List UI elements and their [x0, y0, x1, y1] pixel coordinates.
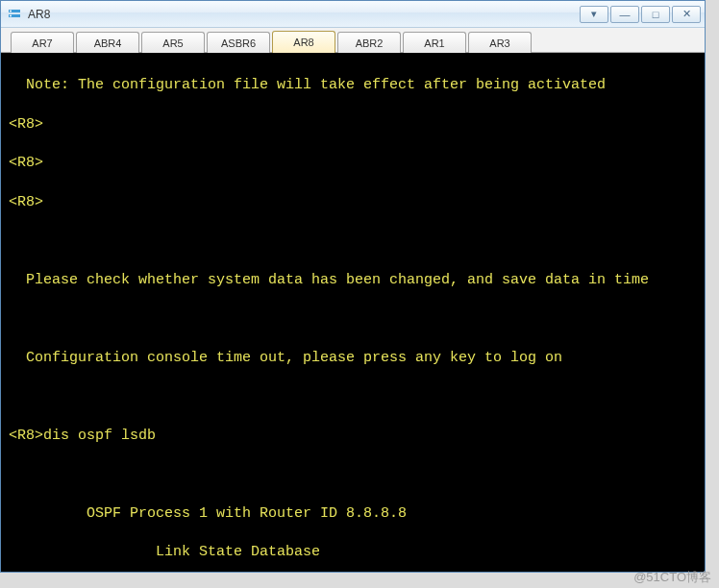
svg-point-3 [10, 14, 12, 16]
tab-ar7[interactable]: AR7 [11, 32, 74, 53]
terminal-line: Configuration console time out, please p… [9, 349, 697, 368]
window-extra-button[interactable]: ▾ [580, 6, 608, 23]
tab-label: ASBR6 [221, 37, 256, 49]
tab-ar3[interactable]: AR3 [468, 32, 532, 53]
tab-ar5[interactable]: AR5 [141, 32, 205, 53]
tab-abr4[interactable]: ABR4 [76, 32, 139, 53]
tab-abr2[interactable]: ABR2 [337, 32, 401, 53]
lsdb-header: Link State Database [9, 543, 697, 562]
watermark-text: @51CTO博客 [633, 569, 711, 586]
terminal-line: Please check whether system data has bee… [9, 271, 697, 290]
terminal-prompt: <R8> [9, 154, 697, 173]
tab-label: AR1 [424, 37, 444, 49]
titlebar[interactable]: AR8 ▾ — □ ✕ [1, 1, 705, 28]
terminal-command: <R8>dis ospf lsdb [9, 427, 697, 446]
tab-label: ABR4 [94, 37, 122, 49]
minimize-button[interactable]: — [610, 6, 639, 23]
terminal-prompt: <R8> [9, 115, 697, 135]
svg-point-2 [10, 10, 12, 12]
tab-bar: AR7 ABR4 AR5 ASBR6 AR8 ABR2 AR1 AR3 [1, 28, 705, 53]
terminal-blank [9, 232, 697, 251]
tab-ar1[interactable]: AR1 [403, 32, 466, 53]
close-button[interactable]: ✕ [672, 6, 701, 23]
terminal-output[interactable]: Note: The configuration file will take e… [1, 53, 705, 572]
ospf-header: OSPF Process 1 with Router ID 8.8.8.8 [9, 504, 697, 524]
maximize-button[interactable]: □ [641, 6, 670, 23]
tab-label: AR3 [489, 37, 509, 49]
terminal-blank [9, 465, 697, 484]
app-icon [7, 7, 22, 22]
terminal-prompt: <R8> [9, 193, 697, 212]
terminal-line: Note: The configuration file will take e… [9, 76, 697, 95]
terminal-blank [9, 387, 697, 406]
tab-label: AR5 [162, 37, 183, 49]
terminal-blank [9, 309, 697, 329]
tab-ar8[interactable]: AR8 [272, 31, 335, 53]
window-title: AR8 [28, 8, 50, 21]
application-window: AR8 ▾ — □ ✕ AR7 ABR4 AR5 ASBR6 AR8 ABR2 … [0, 0, 706, 573]
tab-asbr6[interactable]: ASBR6 [207, 32, 270, 53]
tab-label: AR8 [293, 37, 313, 48]
tab-label: AR7 [32, 37, 52, 49]
tab-label: ABR2 [356, 37, 384, 49]
